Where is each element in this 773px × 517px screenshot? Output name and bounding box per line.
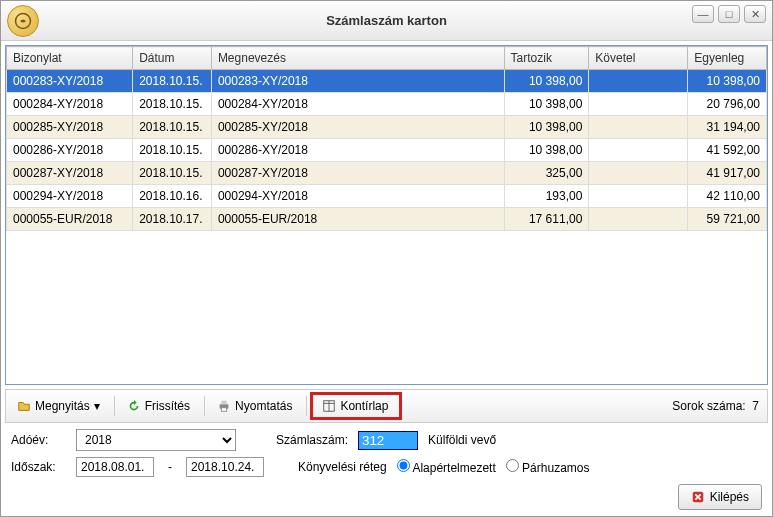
cell-megn: 000287-XY/2018 [211, 162, 504, 185]
layer-default-radio[interactable]: Alapértelmezett [397, 459, 496, 475]
kontirlap-label: Kontírlap [340, 399, 388, 413]
cell-tartozik: 17 611,00 [504, 208, 589, 231]
cell-egyenleg: 59 721,00 [688, 208, 767, 231]
cell-biz: 000283-XY/2018 [7, 70, 133, 93]
svg-rect-3 [221, 408, 226, 412]
col-kovetel[interactable]: Követel [589, 47, 688, 70]
cell-biz: 000287-XY/2018 [7, 162, 133, 185]
cell-datum: 2018.10.15. [133, 139, 212, 162]
idoszak-from[interactable] [76, 457, 154, 477]
cell-tartozik: 10 398,00 [504, 70, 589, 93]
cell-tartozik: 10 398,00 [504, 93, 589, 116]
titlebar: Számlaszám karton — □ ✕ [1, 1, 772, 41]
maximize-button[interactable]: □ [718, 5, 740, 23]
cell-biz: 000285-XY/2018 [7, 116, 133, 139]
filter-form: Adóév: 2018 Számlaszám: Külföldi vevő Id… [1, 423, 772, 489]
table-row[interactable]: 000284-XY/20182018.10.15.000284-XY/20181… [7, 93, 767, 116]
cell-egyenleg: 42 110,00 [688, 185, 767, 208]
dropdown-icon: ▾ [94, 399, 100, 413]
app-icon [7, 5, 39, 37]
cell-megn: 000285-XY/2018 [211, 116, 504, 139]
cell-egyenleg: 31 194,00 [688, 116, 767, 139]
refresh-label: Frissítés [145, 399, 190, 413]
cell-biz: 000284-XY/2018 [7, 93, 133, 116]
exit-icon [691, 490, 705, 504]
table-row[interactable]: 000055-EUR/20182018.10.17.000055-EUR/201… [7, 208, 767, 231]
cell-megn: 000283-XY/2018 [211, 70, 504, 93]
exit-label: Kilépés [710, 490, 749, 504]
cell-megn: 000284-XY/2018 [211, 93, 504, 116]
layer-label: Könyvelési réteg [298, 460, 387, 474]
cell-kovetel [589, 116, 688, 139]
idoszak-to[interactable] [186, 457, 264, 477]
cell-biz: 000294-XY/2018 [7, 185, 133, 208]
szamlaszam-desc: Külföldi vevő [428, 433, 496, 447]
table-row[interactable]: 000286-XY/20182018.10.15.000286-XY/20181… [7, 139, 767, 162]
cell-egyenleg: 20 796,00 [688, 93, 767, 116]
cell-datum: 2018.10.15. [133, 162, 212, 185]
col-egyenleg[interactable]: Egyenleg [688, 47, 767, 70]
idoszak-label: Időszak: [11, 460, 66, 474]
cell-datum: 2018.10.15. [133, 70, 212, 93]
cell-datum: 2018.10.15. [133, 116, 212, 139]
layer-parallel-radio[interactable]: Párhuzamos [506, 459, 590, 475]
print-icon [217, 399, 231, 413]
table-row[interactable]: 000294-XY/20182018.10.16.000294-XY/20181… [7, 185, 767, 208]
cell-datum: 2018.10.17. [133, 208, 212, 231]
col-bizonylat[interactable]: Bizonylat [7, 47, 133, 70]
cell-kovetel [589, 70, 688, 93]
cell-kovetel [589, 185, 688, 208]
cell-egyenleg: 10 398,00 [688, 70, 767, 93]
cell-biz: 000055-EUR/2018 [7, 208, 133, 231]
adoev-select[interactable]: 2018 [76, 429, 236, 451]
cell-megn: 000294-XY/2018 [211, 185, 504, 208]
print-label: Nyomtatás [235, 399, 292, 413]
szamlaszam-input[interactable] [358, 431, 418, 450]
cell-tartozik: 193,00 [504, 185, 589, 208]
close-button[interactable]: ✕ [744, 5, 766, 23]
col-datum[interactable]: Dátum [133, 47, 212, 70]
cell-kovetel [589, 139, 688, 162]
exit-button[interactable]: Kilépés [678, 484, 762, 510]
cell-tartozik: 10 398,00 [504, 139, 589, 162]
szamlaszam-label: Számlaszám: [276, 433, 348, 447]
svg-rect-2 [221, 401, 226, 405]
cell-megn: 000055-EUR/2018 [211, 208, 504, 231]
cell-biz: 000286-XY/2018 [7, 139, 133, 162]
cell-kovetel [589, 208, 688, 231]
minimize-button[interactable]: — [692, 5, 714, 23]
refresh-button[interactable]: Frissítés [118, 395, 199, 417]
cell-egyenleg: 41 592,00 [688, 139, 767, 162]
cell-megn: 000286-XY/2018 [211, 139, 504, 162]
cell-datum: 2018.10.16. [133, 185, 212, 208]
adoev-label: Adóév: [11, 433, 66, 447]
col-tartozik[interactable]: Tartozik [504, 47, 589, 70]
cell-kovetel [589, 93, 688, 116]
data-table[interactable]: Bizonylat Dátum Megnevezés Tartozik Köve… [5, 45, 768, 385]
kontirlap-icon [322, 399, 336, 413]
print-button[interactable]: Nyomtatás [208, 395, 301, 417]
cell-kovetel [589, 162, 688, 185]
kontirlap-button[interactable]: Kontírlap [313, 395, 397, 417]
open-label: Megnyitás [35, 399, 90, 413]
window-title: Számlaszám karton [326, 13, 447, 28]
toolbar: Megnyitás ▾ Frissítés Nyomtatás Kontírla… [5, 389, 768, 423]
table-row[interactable]: 000287-XY/20182018.10.15.000287-XY/20183… [7, 162, 767, 185]
col-megnevezes[interactable]: Megnevezés [211, 47, 504, 70]
cell-tartozik: 325,00 [504, 162, 589, 185]
open-icon [17, 399, 31, 413]
table-row[interactable]: 000283-XY/20182018.10.15.000283-XY/20181… [7, 70, 767, 93]
cell-tartozik: 10 398,00 [504, 116, 589, 139]
row-count: Sorok száma: 7 [672, 399, 765, 413]
open-button[interactable]: Megnyitás ▾ [8, 395, 109, 417]
cell-egyenleg: 41 917,00 [688, 162, 767, 185]
refresh-icon [127, 399, 141, 413]
table-header-row: Bizonylat Dátum Megnevezés Tartozik Köve… [7, 47, 767, 70]
cell-datum: 2018.10.15. [133, 93, 212, 116]
table-row[interactable]: 000285-XY/20182018.10.15.000285-XY/20181… [7, 116, 767, 139]
